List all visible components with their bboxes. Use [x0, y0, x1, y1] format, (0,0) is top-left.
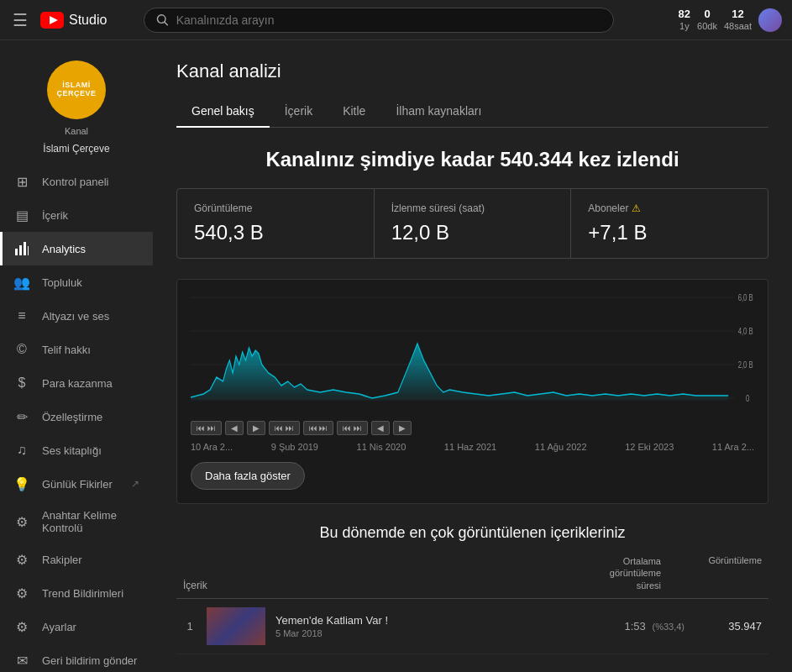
search-bar	[144, 8, 614, 33]
sidebar-item-ozellestirme[interactable]: ✏ Özelleştirme	[0, 400, 153, 433]
external-link-icon: ↗	[131, 478, 139, 490]
customize-icon: ✏	[13, 408, 30, 425]
sidebar: İSLAMİÇERÇEVE Kanal İslami Çerçeve ⊞ Kon…	[0, 40, 153, 672]
row-views: 35.947	[695, 620, 762, 633]
topbar: ☰ Studio 82 1y 0 60dk 12	[0, 0, 792, 40]
sidebar-label: Anahtar Kelime Kontrolü	[42, 509, 139, 534]
date-label-6: 12 Eki 2023	[625, 442, 674, 452]
subtitle-icon: ≡	[13, 307, 30, 324]
sidebar-label: Trend Bildirimleri	[42, 587, 123, 600]
avatar[interactable]	[758, 8, 782, 32]
stat-minutes: 0 60dk	[697, 8, 717, 32]
svg-line-3	[165, 22, 167, 24]
keyword-icon: ⚙	[13, 513, 30, 530]
sidebar-item-kontrol-paneli[interactable]: ⊞ Kontrol paneli	[0, 165, 153, 198]
sidebar-label: Analytics	[42, 243, 86, 255]
stat-card-views: Görüntüleme 540,3 B	[177, 189, 375, 258]
sidebar-label: Rakipler	[42, 554, 82, 566]
stats-row: Görüntüleme 540,3 B İzlenme süresi (saat…	[176, 188, 768, 259]
channel-label: Kanal	[65, 126, 88, 136]
row-date: 5 Mar 2018	[275, 628, 607, 638]
date-label-2: 9 Şub 2019	[271, 442, 318, 452]
tab-kitle[interactable]: Kitle	[328, 96, 380, 128]
money-icon: $	[13, 375, 30, 391]
sidebar-item-anahtar-kelime[interactable]: ⚙ Anahtar Kelime Kontrolü	[0, 501, 153, 543]
sidebar-item-para[interactable]: $ Para kazanma	[0, 366, 153, 400]
main-layout: İSLAMİÇERÇEVE Kanal İslami Çerçeve ⊞ Kon…	[0, 40, 792, 672]
sidebar-label: Geri bildirim gönder	[42, 654, 137, 667]
menu-icon[interactable]: ☰	[10, 10, 30, 30]
dashboard-icon: ⊞	[13, 173, 30, 190]
svg-marker-16	[191, 344, 728, 401]
audio-library-icon: ♫	[13, 442, 30, 459]
sidebar-item-trend[interactable]: ⚙ Trend Bildirimleri	[0, 576, 153, 610]
sidebar-item-icerik[interactable]: ▤ İçerik	[0, 198, 153, 232]
date-label-7: 11 Ara 2...	[712, 442, 754, 452]
content-icon: ▤	[13, 207, 30, 223]
svg-text:4,0 B: 4,0 B	[738, 327, 753, 336]
views-value: 540,3 B	[194, 221, 357, 244]
tab-genel-bakis[interactable]: Genel bakış	[176, 96, 270, 128]
row-avg-duration: 1:53 (%33,4)	[617, 620, 684, 633]
chart-ctrl-2[interactable]: ◀	[225, 421, 244, 435]
feedback-icon: ✉	[13, 652, 30, 669]
svg-text:0: 0	[746, 394, 749, 403]
svg-rect-6	[24, 242, 26, 255]
sidebar-item-rakipler[interactable]: ⚙ Rakipler	[0, 543, 153, 576]
channel-info: İSLAMİÇERÇEVE Kanal İslami Çerçeve	[0, 47, 153, 165]
trend-icon: ⚙	[13, 585, 30, 601]
sidebar-label: Topluluk	[42, 276, 82, 289]
channel-name: İslami Çerçeve	[43, 143, 109, 155]
row-info: Yemen'de Katliam Var ! 5 Mar 2018	[275, 614, 607, 638]
stat-card-subscribers: Aboneler ⚠ +7,1 B	[571, 189, 768, 258]
views-label: Görüntüleme	[194, 202, 252, 214]
headline: Kanalınız şimdiye kadar 540.344 kez izle…	[176, 148, 768, 171]
tab-icerik[interactable]: İçerik	[270, 96, 328, 128]
tab-ilham[interactable]: İlham kaynakları	[380, 96, 496, 128]
chart-ctrl-3[interactable]: ▶	[247, 421, 265, 435]
sidebar-item-topluluk[interactable]: 👥 Topluluk	[0, 265, 153, 299]
chart-ctrl-7[interactable]: ◀	[371, 421, 390, 435]
search-input[interactable]	[176, 13, 602, 27]
search-icon	[156, 13, 169, 27]
sidebar-item-gunluk-fikirler[interactable]: 💡 Günlük Fikirler ↗	[0, 467, 153, 501]
sidebar-label: Kontrol paneli	[42, 176, 109, 188]
chart-ctrl-1[interactable]: ⏮ ⏭	[191, 421, 222, 435]
studio-label: Studio	[69, 13, 107, 28]
tabs-bar: Genel bakış İçerik Kitle İlham kaynaklar…	[176, 96, 768, 128]
sidebar-label: Telif hakkı	[42, 344, 91, 356]
sidebar-item-telif[interactable]: © Telif hakkı	[0, 333, 153, 366]
table-header: İçerik Ortalama görüntüleme süresi Görün…	[176, 555, 768, 599]
channel-avatar[interactable]: İSLAMİÇERÇEVE	[47, 60, 106, 119]
logo: Studio	[40, 12, 107, 29]
subscribers-value: +7,1 B	[588, 221, 751, 244]
sidebar-item-ayarlar[interactable]: ⚙ Ayarlar	[0, 610, 153, 643]
chart-ctrl-6[interactable]: ⏮ ⏭	[337, 421, 368, 435]
chart-ctrl-5[interactable]: ⏮ ⏭	[303, 421, 334, 435]
chart-ctrl-8[interactable]: ▶	[393, 421, 412, 435]
stat-hours: 12 48saat	[724, 8, 752, 32]
chart-ctrl-4[interactable]: ⏮ ⏭	[269, 421, 300, 435]
watch-time-value: 12,0 B	[391, 221, 554, 244]
sidebar-item-analytics[interactable]: Analytics	[0, 232, 153, 265]
svg-rect-5	[19, 245, 22, 255]
table-col-content: İçerik	[183, 580, 207, 591]
date-label-1: 10 Ara 2...	[191, 442, 233, 452]
show-more-button[interactable]: Daha fazla göster	[191, 462, 305, 490]
page-title: Kanal analizi	[176, 60, 768, 82]
subscribers-label: Aboneler	[588, 202, 628, 214]
svg-rect-4	[15, 249, 18, 255]
sidebar-item-geri-bildirim[interactable]: ✉ Geri bildirim gönder	[0, 643, 153, 672]
topbar-stats: 82 1y 0 60dk 12 48saat	[679, 8, 752, 32]
stat-card-watch-time: İzlenme süresi (saat) 12,0 B	[375, 189, 572, 258]
section-title: Bu dönemde en çok görüntülenen içerikler…	[176, 524, 768, 542]
sidebar-item-altyazi[interactable]: ≡ Altyazı ve ses	[0, 299, 153, 333]
svg-text:2,0 B: 2,0 B	[738, 360, 753, 370]
chart-dates: 10 Ara 2... 9 Şub 2019 11 Nis 2020 11 Ha…	[191, 442, 754, 452]
date-label-3: 11 Nis 2020	[357, 442, 406, 452]
settings-icon: ⚙	[13, 618, 30, 635]
sidebar-label: İçerik	[42, 209, 68, 222]
content-area: Kanal analizi Genel bakış İçerik Kitle İ…	[153, 40, 792, 672]
row-number: 1	[183, 620, 197, 633]
sidebar-item-ses-kitapligi[interactable]: ♫ Ses kitaplığı	[0, 433, 153, 467]
